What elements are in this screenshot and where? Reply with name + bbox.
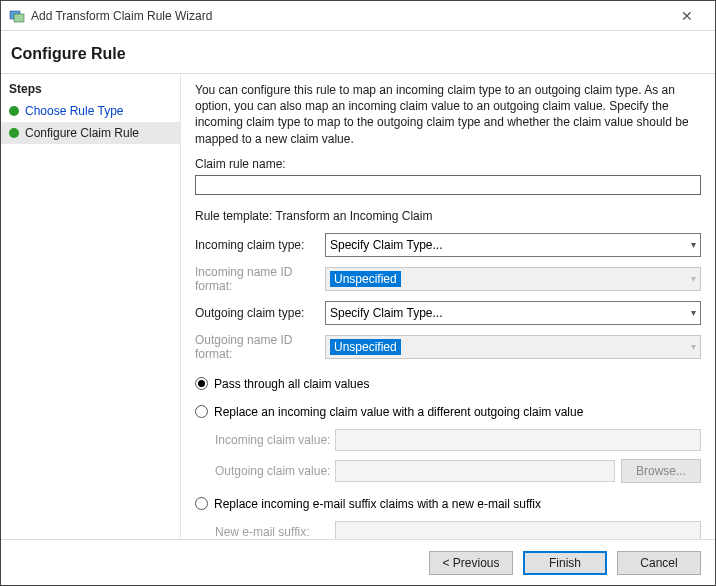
main-panel: You can configure this rule to map an in… — [181, 74, 715, 539]
chevron-down-icon: ▾ — [691, 273, 696, 284]
step-configure-claim-rule[interactable]: Configure Claim Rule — [1, 122, 180, 144]
step-bullet-icon — [9, 106, 19, 116]
rule-name-input[interactable] — [195, 175, 701, 195]
radio-passthrough-row[interactable]: Pass through all claim values — [195, 377, 701, 391]
chevron-down-icon: ▾ — [691, 307, 696, 318]
wizard-body: Steps Choose Rule Type Configure Claim R… — [1, 74, 715, 539]
window-title: Add Transform Claim Rule Wizard — [31, 9, 667, 23]
page-title: Configure Rule — [11, 45, 705, 63]
incoming-claim-value-row: Incoming claim value: — [215, 429, 701, 451]
steps-heading: Steps — [1, 78, 180, 100]
page-header: Configure Rule — [1, 31, 715, 74]
incoming-claim-value-input — [335, 429, 701, 451]
radio-replace-suffix-label: Replace incoming e-mail suffix claims wi… — [214, 497, 541, 511]
app-icon — [9, 8, 25, 24]
finish-button[interactable]: Finish — [523, 551, 607, 575]
titlebar: Add Transform Claim Rule Wizard ✕ — [1, 1, 715, 31]
select-value: Specify Claim Type... — [330, 306, 443, 320]
radio-icon — [195, 497, 208, 510]
browse-button: Browse... — [621, 459, 701, 483]
radio-icon — [195, 405, 208, 418]
step-label: Configure Claim Rule — [25, 126, 139, 140]
incoming-nameid-label: Incoming name ID format: — [195, 265, 325, 293]
outgoing-claim-value-row: Outgoing claim value: Browse... — [215, 459, 701, 483]
rule-template-label: Rule template: Transform an Incoming Cla… — [195, 209, 701, 223]
radio-replace-value-row[interactable]: Replace an incoming claim value with a d… — [195, 405, 701, 419]
cancel-button[interactable]: Cancel — [617, 551, 701, 575]
select-value: Unspecified — [330, 339, 401, 355]
outgoing-claim-value-input — [335, 460, 615, 482]
new-suffix-row: New e-mail suffix: — [215, 521, 701, 539]
step-label: Choose Rule Type — [25, 104, 124, 118]
step-bullet-icon — [9, 128, 19, 138]
chevron-down-icon: ▾ — [691, 341, 696, 352]
outgoing-nameid-row: Outgoing name ID format: Unspecified ▾ — [195, 333, 701, 361]
outgoing-claim-type-label: Outgoing claim type: — [195, 306, 325, 320]
outgoing-nameid-select: Unspecified ▾ — [325, 335, 701, 359]
outgoing-claim-type-row: Outgoing claim type: Specify Claim Type.… — [195, 301, 701, 325]
select-value: Unspecified — [330, 271, 401, 287]
outgoing-claim-value-label: Outgoing claim value: — [215, 464, 335, 478]
step-choose-rule-type[interactable]: Choose Rule Type — [1, 100, 180, 122]
select-value: Specify Claim Type... — [330, 238, 443, 252]
incoming-claim-type-select[interactable]: Specify Claim Type... ▾ — [325, 233, 701, 257]
radio-replace-value-label: Replace an incoming claim value with a d… — [214, 405, 583, 419]
new-suffix-input — [335, 521, 701, 539]
new-suffix-label: New e-mail suffix: — [215, 525, 335, 539]
steps-sidebar: Steps Choose Rule Type Configure Claim R… — [1, 74, 181, 539]
description-text: You can configure this rule to map an in… — [195, 82, 701, 147]
radio-passthrough-label: Pass through all claim values — [214, 377, 369, 391]
incoming-nameid-select: Unspecified ▾ — [325, 267, 701, 291]
outgoing-nameid-label: Outgoing name ID format: — [195, 333, 325, 361]
rule-name-label: Claim rule name: — [195, 157, 701, 171]
incoming-nameid-row: Incoming name ID format: Unspecified ▾ — [195, 265, 701, 293]
chevron-down-icon: ▾ — [691, 239, 696, 250]
close-icon[interactable]: ✕ — [667, 8, 707, 24]
incoming-claim-type-label: Incoming claim type: — [195, 238, 325, 252]
svg-rect-1 — [14, 14, 24, 22]
outgoing-claim-type-select[interactable]: Specify Claim Type... ▾ — [325, 301, 701, 325]
incoming-claim-type-row: Incoming claim type: Specify Claim Type.… — [195, 233, 701, 257]
radio-icon — [195, 377, 208, 390]
wizard-footer: < Previous Finish Cancel — [1, 539, 715, 585]
wizard-window: Add Transform Claim Rule Wizard ✕ Config… — [0, 0, 716, 586]
incoming-claim-value-label: Incoming claim value: — [215, 433, 335, 447]
previous-button[interactable]: < Previous — [429, 551, 513, 575]
radio-replace-suffix-row[interactable]: Replace incoming e-mail suffix claims wi… — [195, 497, 701, 511]
